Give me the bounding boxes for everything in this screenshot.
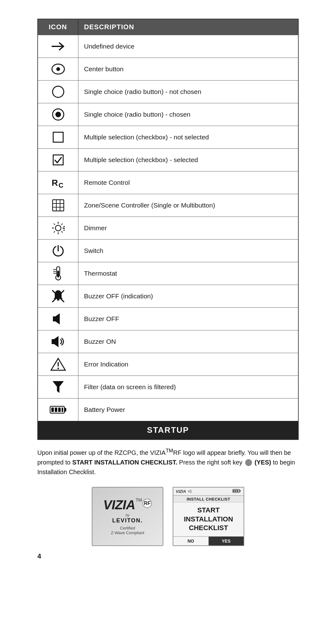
vizia-certified: Certified: [120, 526, 135, 530]
svg-point-41: [57, 368, 59, 369]
page-number: 4: [37, 552, 299, 560]
desc-thermostat: Thermostat: [78, 265, 298, 281]
icon-checkbox-unchecked: [38, 126, 78, 148]
table-row: Buzzer OFF (indication): [38, 285, 298, 307]
install-vizia-text: VIZIA: [176, 489, 186, 494]
svg-rect-44: [64, 408, 66, 412]
svg-rect-45: [51, 408, 54, 412]
table-row: Zone/Scene Controller (Single or Multibu…: [38, 194, 298, 217]
icon-zone-controller: [38, 194, 78, 217]
desc-center-button: Center button: [78, 61, 298, 77]
svg-line-20: [54, 224, 55, 225]
table-row: Single choice (radio button) - chosen: [38, 103, 298, 126]
install-checklist-box: VIZIA x1 INSTALL CHECKLIST START INSTALL…: [173, 487, 244, 546]
table-row: Multiple selection (checkbox) - not sele…: [38, 126, 298, 148]
svg-line-22: [61, 224, 63, 225]
icon-thermostat: [38, 262, 78, 285]
vizia-zwave: Z-Wave Compliant: [111, 530, 144, 535]
desc-undefined-device: Undefined device: [78, 38, 298, 54]
icon-radio-unchecked: [38, 81, 78, 103]
table-row: Dimmer: [38, 217, 298, 239]
desc-radio-checked: Single choice (radio button) - chosen: [78, 106, 298, 122]
desc-buzzer-off-indication: Buzzer OFF (indication): [78, 288, 298, 304]
soft-key-icon: [245, 459, 252, 466]
table-row: Center button: [38, 58, 298, 80]
startup-images: VIZIA TM RF by LEVITON. Certified Z-Wave…: [37, 487, 299, 546]
desc-radio-unchecked: Single choice (radio button) - not chose…: [78, 84, 298, 100]
install-yes-button[interactable]: YES: [208, 537, 244, 545]
svg-point-5: [55, 112, 61, 117]
vizia-logo-box: VIZIA TM RF by LEVITON. Certified Z-Wave…: [92, 487, 163, 546]
vizia-tm: TM: [136, 497, 142, 502]
desc-zone-controller: Zone/Scene Controller (Single or Multibu…: [78, 197, 298, 213]
install-footer: NO YES: [173, 536, 244, 545]
table-row: Switch: [38, 239, 298, 262]
table-row: Thermostat: [38, 262, 298, 285]
svg-rect-48: [62, 408, 63, 412]
table-row: Multiple selection (checkbox) - selected: [38, 148, 298, 171]
svg-point-3: [53, 86, 64, 97]
icon-error: [38, 353, 78, 376]
install-battery-icon: [232, 489, 241, 494]
table-header: ICON DESCRIPTION: [38, 19, 298, 35]
table-row: R C Remote Control: [38, 171, 298, 194]
install-x1: x1: [188, 489, 192, 493]
vizia-rf-badge: RF: [142, 499, 152, 508]
svg-line-23: [54, 231, 55, 232]
icon-center-button: [38, 58, 78, 80]
icon-filter: [38, 376, 78, 398]
svg-text:R: R: [52, 178, 58, 188]
svg-rect-47: [58, 408, 61, 412]
start-checklist-bold: START INSTALLATION CHECKLIST.: [72, 459, 177, 466]
svg-rect-30: [57, 271, 59, 278]
vizia-by: by: [126, 513, 130, 517]
svg-rect-52: [235, 490, 236, 492]
svg-rect-7: [53, 155, 63, 165]
table-row: Single choice (radio button) - not chose…: [38, 80, 298, 103]
table-row: Buzzer OFF: [38, 307, 298, 330]
svg-rect-10: [53, 200, 64, 211]
svg-rect-50: [240, 490, 240, 492]
svg-text:C: C: [58, 181, 63, 189]
vizia-leviton: LEVITON.: [112, 517, 143, 524]
icon-switch: [38, 240, 78, 262]
icon-buzzer-off-indication: [38, 285, 78, 307]
icon-remote-control: R C: [38, 171, 78, 194]
desc-buzzer-on: Buzzer ON: [78, 334, 298, 349]
desc-checkbox-checked: Multiple selection (checkbox) - selected: [78, 152, 298, 168]
desc-battery: Battery Power: [78, 402, 298, 418]
table-row: Filter (data on screen is filtered): [38, 376, 298, 398]
svg-point-2: [56, 67, 60, 71]
install-box-header: VIZIA x1: [173, 488, 244, 496]
table-row: Undefined device: [38, 35, 298, 58]
svg-rect-34: [57, 299, 59, 301]
desc-column-header: DESCRIPTION: [78, 19, 298, 35]
icon-buzzer-on: [38, 330, 78, 353]
desc-checkbox-unchecked: Multiple selection (checkbox) - not sele…: [78, 129, 298, 145]
desc-remote-control: Remote Control: [78, 175, 298, 190]
icon-column-header: ICON: [38, 19, 78, 35]
trademark-sup: TM: [166, 448, 173, 454]
install-body: START INSTALLATION CHECKLIST: [173, 502, 244, 536]
icon-battery: [38, 399, 78, 421]
icon-radio-checked: [38, 103, 78, 126]
svg-rect-46: [55, 408, 57, 412]
desc-switch: Switch: [78, 243, 298, 259]
svg-line-21: [61, 231, 63, 232]
svg-point-25: [63, 228, 65, 229]
desc-dimmer: Dimmer: [78, 220, 298, 236]
svg-marker-37: [53, 313, 60, 324]
icon-arrow: [38, 35, 78, 58]
svg-marker-38: [52, 336, 58, 347]
desc-error: Error Indication: [78, 356, 298, 372]
startup-body-text: Upon initial power up of the RZCPG, the …: [37, 447, 299, 477]
svg-rect-51: [233, 490, 235, 492]
icon-checkbox-checked: [38, 149, 78, 171]
svg-rect-53: [237, 490, 238, 492]
desc-buzzer-off: Buzzer OFF: [78, 311, 298, 327]
table-row: Battery Power: [38, 398, 298, 421]
table-row: Buzzer ON: [38, 330, 298, 353]
svg-marker-42: [53, 381, 64, 393]
icon-dimmer: [38, 217, 78, 239]
install-no-button[interactable]: NO: [173, 537, 208, 545]
